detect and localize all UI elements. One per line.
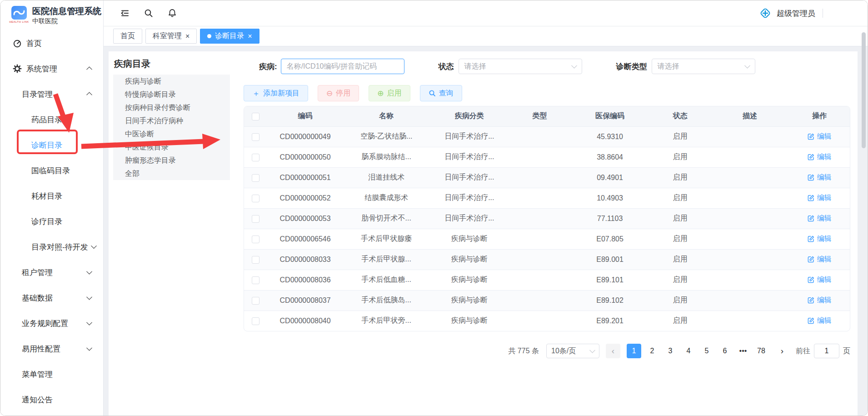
tree-item[interactable]: 中医诊断	[113, 127, 230, 140]
edit-link[interactable]: 编辑	[808, 193, 832, 203]
edit-link[interactable]: 编辑	[808, 255, 832, 264]
sidebar-item-business-rules[interactable]: 业务规则配置	[0, 311, 103, 336]
row-checkbox[interactable]	[252, 174, 259, 182]
edit-link[interactable]: 编辑	[808, 296, 832, 305]
edit-link[interactable]: 编辑	[808, 173, 832, 182]
tree-item[interactable]: 疾病与诊断	[113, 75, 230, 88]
prev-page-button[interactable]: ‹	[606, 344, 620, 358]
page-button[interactable]: •••	[736, 344, 750, 358]
app-window: HEALTH LINK 医院信息管理系统 中联医院 首页	[0, 0, 868, 416]
cell-type	[509, 290, 570, 311]
row-checkbox[interactable]	[252, 236, 259, 243]
cell-insurance-code: 38.8604	[570, 147, 650, 167]
tab-diagnosis-catalog[interactable]: 诊断目录 ×	[200, 29, 259, 44]
edit-link[interactable]: 编辑	[808, 152, 832, 162]
add-item-button[interactable]: ＋ 添加新项目	[244, 85, 308, 101]
tab-department-mgmt[interactable]: 科室管理 ×	[145, 29, 197, 44]
cell-insurance-code: 45.9310	[570, 126, 650, 147]
tree-item[interactable]: 日间手术治疗病种	[113, 114, 230, 127]
goto-page-input[interactable]	[814, 344, 839, 358]
page-button[interactable]: 4	[681, 344, 696, 358]
sidebar-item-home[interactable]: 首页	[0, 30, 103, 56]
tab-home[interactable]: 首页	[113, 29, 142, 44]
disease-search-input[interactable]	[281, 59, 404, 74]
enable-button[interactable]: ⊕ 启用	[369, 85, 410, 101]
next-page-button[interactable]: ›	[775, 344, 789, 358]
row-checkbox[interactable]	[252, 154, 259, 161]
logo-caption: HEALTH LINK	[9, 20, 29, 23]
sidebar-item-treatment-catalog[interactable]: 诊疗目录	[0, 209, 103, 234]
active-tab-dot-icon	[207, 34, 211, 38]
table-row: CD0000008040 手术后甲状旁... 疾病与诊断 E89.201 启用	[244, 311, 850, 331]
tree-item[interactable]: 肿瘤形态学目录	[113, 154, 230, 167]
edit-link[interactable]: 编辑	[808, 132, 832, 141]
sidebar-item-menu-mgmt[interactable]: 菜单管理	[0, 361, 103, 387]
plus-icon: ＋	[252, 90, 260, 97]
edit-link[interactable]: 编辑	[808, 275, 832, 285]
tab-close-icon[interactable]: ×	[185, 33, 190, 40]
row-checkbox[interactable]	[252, 317, 259, 325]
sidebar-item-national-code-catalog[interactable]: 国临码目录	[0, 158, 103, 183]
filter-row: 疾病: 状态 请选择 诊断类型 请选择	[259, 59, 850, 74]
user-name[interactable]: 超级管理员	[777, 8, 815, 19]
app-subtitle: 中联医院	[32, 17, 101, 25]
page-button[interactable]: 2	[645, 344, 659, 358]
page-button[interactable]: 78	[754, 344, 768, 358]
select-all-checkbox[interactable]	[252, 113, 259, 120]
disable-button[interactable]: ⊖ 停用	[318, 85, 359, 101]
row-checkbox[interactable]	[252, 215, 259, 223]
cell-name: 手术后甲状腺瘘	[344, 229, 429, 249]
sidebar-item-diagnosis-catalog[interactable]: 诊断目录	[0, 132, 103, 158]
sidebar-menu: 首页 系统管理 目录管理 药品目录	[0, 30, 103, 412]
row-checkbox[interactable]	[252, 256, 259, 264]
bell-icon[interactable]	[167, 8, 177, 18]
cell-category: 疾病与诊断	[429, 249, 509, 270]
diagnosis-type-select[interactable]: 请选择	[652, 59, 755, 74]
tab-close-icon[interactable]: ×	[248, 33, 252, 40]
tree-item[interactable]: 按病种目录付费诊断	[113, 101, 230, 114]
sidebar-item-tenant-mgmt[interactable]: 租户管理	[0, 260, 103, 285]
table-row: CD0000008037 手术后低胰岛... 疾病与诊断 E89.102 启用	[244, 290, 850, 311]
cell-type	[509, 167, 570, 188]
cell-type	[509, 188, 570, 208]
cell-type	[509, 311, 570, 331]
sidebar-item-base-data[interactable]: 基础数据	[0, 285, 103, 311]
fold-sidebar-icon[interactable]	[120, 8, 130, 18]
page-button[interactable]: 6	[718, 344, 732, 358]
user-hospital-icon[interactable]	[758, 6, 772, 20]
row-checkbox[interactable]	[252, 297, 259, 305]
scrollbar-thumb[interactable]	[862, 32, 866, 148]
page-button[interactable]: 5	[699, 344, 714, 358]
table-row: CD0000000051 泪道挂线术 日间手术治疗... 09.4901 启用	[244, 167, 850, 188]
status-select[interactable]: 请选择	[459, 59, 582, 74]
tree-item[interactable]: 中医证候目录	[113, 140, 230, 154]
sidebar-item-catalog-compare[interactable]: 目录对照-待开发	[0, 234, 103, 260]
edit-link[interactable]: 编辑	[808, 214, 832, 223]
hospital-logo-icon	[11, 6, 27, 20]
page-button[interactable]: 3	[663, 344, 678, 358]
page-button[interactable]: 1	[627, 344, 641, 358]
page-size-select[interactable]: 10条/页	[546, 344, 599, 358]
search-icon[interactable]	[144, 8, 154, 18]
chevron-up-icon	[86, 66, 92, 72]
cell-insurance-code: E89.101	[570, 270, 650, 290]
sidebar-item-catalog-mgmt[interactable]: 目录管理	[0, 81, 103, 107]
sidebar-item-consumables-catalog[interactable]: 耗材目录	[0, 183, 103, 209]
row-checkbox[interactable]	[252, 276, 259, 284]
content: 疾病目录 疾病与诊断 特慢病诊断目录 按病种目录付费诊断 日间手术治疗病种 中医…	[104, 46, 868, 416]
chevron-down-icon	[744, 63, 750, 69]
edit-link[interactable]: 编辑	[808, 234, 832, 244]
sidebar-item-drug-catalog[interactable]: 药品目录	[0, 107, 103, 132]
cell-name: 手术后低胰岛...	[344, 290, 429, 311]
sidebar-item-notice[interactable]: 通知公告	[0, 387, 103, 412]
edit-link[interactable]: 编辑	[808, 316, 832, 326]
row-checkbox[interactable]	[252, 195, 259, 202]
query-button[interactable]: 查询	[420, 85, 462, 101]
cell-status: 启用	[650, 167, 710, 188]
edit-pen-icon	[808, 256, 814, 263]
sidebar-item-system-mgmt[interactable]: 系统管理	[0, 56, 103, 81]
row-checkbox[interactable]	[252, 133, 259, 141]
tree-item[interactable]: 特慢病诊断目录	[113, 88, 230, 101]
tree-item[interactable]: 全部	[113, 167, 230, 180]
sidebar-item-usability-config[interactable]: 易用性配置	[0, 336, 103, 361]
